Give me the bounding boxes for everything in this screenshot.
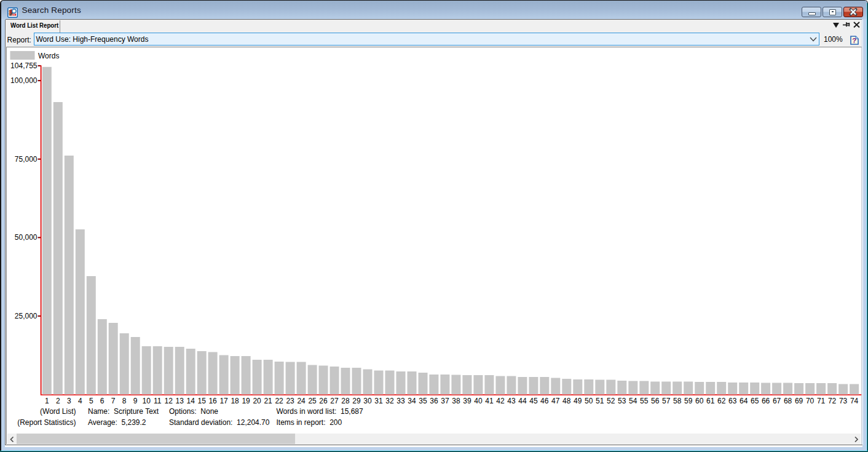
svg-text:50,000: 50,000 [15, 233, 37, 242]
svg-text:64: 64 [740, 396, 748, 405]
svg-text:53: 53 [618, 396, 626, 405]
svg-text:29: 29 [352, 396, 361, 405]
svg-text:23: 23 [286, 396, 294, 405]
svg-text:72: 72 [828, 396, 837, 405]
svg-text:57: 57 [662, 396, 671, 405]
svg-text:14: 14 [187, 396, 195, 405]
svg-text:35: 35 [419, 396, 427, 405]
svg-text:55: 55 [640, 396, 649, 405]
svg-text:36: 36 [430, 396, 438, 405]
svg-text:47: 47 [551, 396, 560, 405]
svg-text:8: 8 [122, 396, 127, 405]
svg-text:65: 65 [751, 396, 759, 405]
svg-text:75,000: 75,000 [15, 154, 37, 163]
svg-text:12: 12 [165, 396, 173, 405]
svg-text:73: 73 [839, 396, 848, 405]
svg-text:Words: Words [38, 51, 59, 60]
svg-text:34: 34 [408, 396, 416, 405]
svg-text:60: 60 [695, 396, 704, 405]
svg-text:6: 6 [100, 396, 105, 405]
svg-text:74: 74 [850, 396, 859, 405]
svg-text:58: 58 [673, 396, 682, 405]
svg-text:25,000: 25,000 [15, 312, 37, 320]
svg-text:46: 46 [540, 396, 549, 405]
svg-text:2: 2 [56, 396, 60, 405]
svg-text:10: 10 [143, 396, 151, 405]
svg-text:67: 67 [773, 396, 781, 405]
svg-text:Name: Scripture Text: Name: Scripture Text [88, 407, 159, 416]
svg-text:24: 24 [297, 396, 306, 405]
svg-text:27: 27 [330, 396, 339, 405]
svg-text:59: 59 [684, 396, 693, 405]
svg-text:66: 66 [762, 396, 770, 405]
svg-text:48: 48 [562, 396, 571, 405]
svg-text:39: 39 [463, 396, 471, 405]
svg-text:?: ? [852, 37, 856, 44]
svg-text:Standard deviation: 12,204.70: Standard deviation: 12,204.70 [169, 418, 270, 427]
svg-text:56: 56 [651, 396, 660, 405]
svg-text:15: 15 [198, 396, 207, 405]
svg-text:63: 63 [728, 396, 737, 405]
svg-text:Average: 5,239.2: Average: 5,239.2 [88, 418, 146, 427]
svg-text:16: 16 [208, 396, 217, 405]
svg-text:44: 44 [518, 396, 527, 405]
svg-text:31: 31 [374, 396, 383, 405]
svg-text:71: 71 [817, 396, 826, 405]
svg-text:40: 40 [474, 396, 483, 405]
svg-text:(Report Statistics): (Report Statistics) [17, 418, 76, 427]
svg-text:51: 51 [596, 396, 604, 405]
svg-text:52: 52 [607, 396, 615, 405]
svg-text:1: 1 [45, 396, 49, 405]
svg-text:22: 22 [275, 396, 283, 405]
svg-text:26: 26 [319, 396, 328, 405]
svg-text:18: 18 [231, 396, 239, 405]
svg-text:49: 49 [574, 396, 582, 405]
svg-text:41: 41 [485, 396, 494, 405]
svg-text:(Word List): (Word List) [40, 407, 76, 416]
svg-text:3: 3 [67, 396, 71, 405]
svg-text:62: 62 [717, 396, 726, 405]
svg-text:38: 38 [452, 396, 460, 405]
svg-text:9: 9 [133, 396, 138, 405]
svg-text:50: 50 [585, 396, 593, 405]
svg-text:7: 7 [111, 396, 116, 405]
svg-text:19: 19 [242, 396, 250, 405]
svg-text:104,755: 104,755 [10, 61, 37, 70]
svg-text:45: 45 [529, 396, 538, 405]
svg-text:32: 32 [385, 396, 394, 405]
svg-text:54: 54 [629, 396, 637, 405]
svg-text:33: 33 [397, 396, 405, 405]
svg-text:69: 69 [795, 396, 803, 405]
svg-text:43: 43 [507, 396, 516, 405]
svg-text:Words in word list: 15,687: Words in word list: 15,687 [277, 407, 364, 416]
svg-text:68: 68 [784, 396, 792, 405]
svg-text:42: 42 [496, 396, 505, 405]
svg-text:4: 4 [78, 396, 82, 405]
svg-text:20: 20 [253, 396, 261, 405]
svg-text:21: 21 [264, 396, 272, 405]
svg-text:17: 17 [219, 396, 228, 405]
svg-text:13: 13 [176, 396, 184, 405]
svg-text:Items in report: 200: Items in report: 200 [277, 418, 342, 427]
svg-text:Options: None: Options: None [169, 407, 218, 416]
svg-text:11: 11 [154, 396, 162, 405]
svg-text:28: 28 [341, 396, 350, 405]
svg-text:100,000: 100,000 [10, 76, 37, 85]
svg-text:30: 30 [363, 396, 372, 405]
svg-text:70: 70 [806, 396, 815, 405]
svg-text:37: 37 [441, 396, 449, 405]
svg-text:25: 25 [308, 396, 317, 405]
svg-text:61: 61 [706, 396, 715, 405]
svg-text:5: 5 [89, 396, 93, 405]
